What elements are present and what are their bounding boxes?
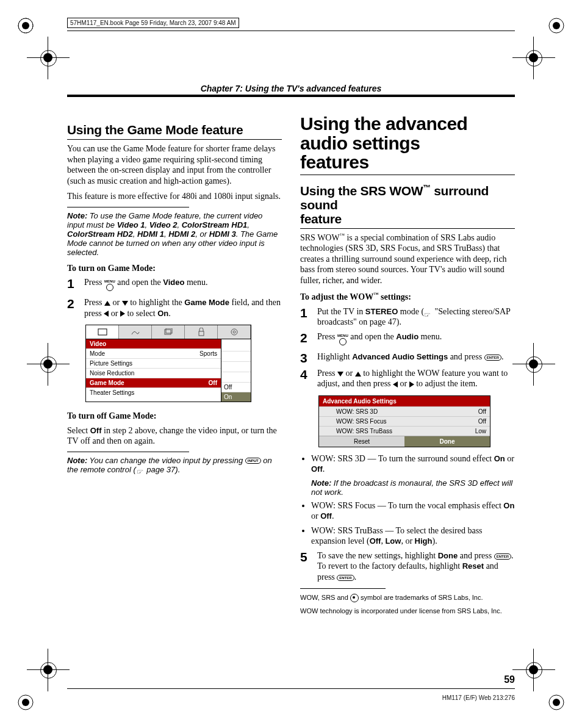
registration-mark-icon — [548, 17, 565, 34]
step-text: Put the TV in STEREO mode ( "Selecting s… — [317, 306, 515, 328]
enter-button-icon: ENTER — [484, 355, 501, 361]
bullet-item: WOW: SRS 3D — To turn the surround sound… — [311, 453, 515, 497]
note-rule — [67, 452, 189, 452]
step-text: To save the new settings, highlight Done… — [317, 550, 515, 583]
osd-option-selected: On — [221, 392, 251, 402]
crop-mark-icon — [512, 343, 555, 386]
bullet-list: WOW: SRS 3D — To turn the surround sound… — [311, 453, 515, 547]
right-arrow-icon — [409, 381, 414, 387]
osd-video-menu: Video ModeSports Picture Settings Noise … — [85, 325, 251, 402]
left-arrow-icon — [393, 381, 398, 387]
osd-row: WOW: SRS FocusOff — [319, 416, 490, 426]
step-number: 5 — [300, 550, 311, 563]
osd-audio-menu: Advanced Audio Settings WOW: SRS 3DOff W… — [318, 395, 490, 447]
chapter-title: Chapter 7: Using the TV's advanced featu… — [67, 84, 515, 93]
left-column: Using the Game Mode feature You can use … — [67, 114, 282, 614]
osd-option: Off — [221, 382, 251, 392]
step-text: Highlight Advanced Audio Settings and pr… — [317, 351, 504, 362]
crop-mark-icon — [512, 649, 555, 691]
up-arrow-icon — [104, 301, 110, 306]
page-number: 59 — [504, 674, 515, 685]
osd-row: Picture Settings — [86, 358, 221, 368]
body-text: SRS WOW™ is a special combination of SRS… — [300, 232, 515, 286]
footer-rule — [67, 688, 515, 689]
step-list: 5 To save the new settings, highlight Do… — [300, 550, 515, 583]
body-text: Select Off in step 2 above, change the v… — [67, 425, 282, 447]
note-text: Note: If the broadcast is monaural, the … — [311, 478, 515, 497]
section-heading: Using the Game Mode feature — [67, 123, 282, 140]
svg-point-1 — [22, 22, 29, 29]
crop-mark-icon — [27, 343, 70, 386]
enter-button-icon: ENTER — [337, 575, 354, 581]
osd-row: Theater Settings — [86, 387, 221, 397]
chapter-rule — [67, 95, 515, 97]
osd-button-selected: Done — [404, 436, 490, 447]
body-text: This feature is more effective for 480i … — [67, 191, 282, 202]
step-text: Press MENU and open the Audio menu. — [317, 331, 442, 348]
pointing-hand-icon — [424, 309, 433, 315]
osd-button: Reset — [319, 436, 404, 447]
step-text: Press or to highlight the Game Mode fiel… — [84, 297, 282, 319]
note-text: Note: To use the Game Mode feature, the … — [67, 211, 282, 257]
osd-title: Advanced Audio Settings — [319, 396, 490, 406]
section-heading: Using the SRS WOW™ surround sound featur… — [300, 184, 515, 229]
crop-mark-icon — [512, 37, 555, 79]
footer-text: HM117 (E/F) Web 213:276 — [442, 694, 515, 701]
crop-mark-icon — [27, 649, 70, 691]
step-text: Press or to highlight the WOW feature yo… — [317, 368, 515, 389]
step-list: 1 Press MENU and open the Video menu. 2 … — [67, 277, 282, 319]
svg-point-14 — [233, 331, 235, 333]
note-rule — [67, 207, 189, 207]
osd-row: WOW: SRS 3DOff — [319, 406, 490, 416]
up-arrow-icon — [355, 372, 361, 377]
svg-rect-9 — [98, 329, 107, 335]
step-number: 4 — [300, 368, 311, 381]
enter-button-icon: ENTER — [494, 553, 511, 560]
body-text: You can use the Game Mode feature for sh… — [67, 143, 282, 186]
framemaker-header: 57HM117_EN.book Page 59 Friday, March 23… — [67, 18, 239, 28]
osd-tab-icon — [185, 325, 218, 339]
step-number: 3 — [300, 351, 311, 364]
note-text: Note: You can change the video input by … — [67, 456, 282, 474]
step-number: 1 — [67, 277, 78, 290]
registration-mark-icon — [17, 17, 34, 34]
procedure-heading: To turn off Game Mode: — [67, 411, 282, 422]
crop-mark-icon — [27, 37, 70, 79]
main-heading: Using the advanced audio settings featur… — [300, 114, 515, 175]
svg-point-8 — [553, 699, 560, 706]
step-number: 1 — [300, 306, 311, 319]
osd-row: WOW: SRS TruBassLow — [319, 426, 490, 436]
registration-mark-icon — [17, 694, 34, 711]
osd-title: Video — [86, 339, 221, 348]
osd-tab-icon — [218, 325, 251, 339]
osd-row: ModeSports — [86, 348, 221, 358]
bullet-item: WOW: SRS TruBass — To select the desired… — [311, 525, 515, 547]
pointing-hand-icon — [136, 467, 145, 473]
menu-button-icon: MENU — [104, 279, 115, 291]
srs-symbol-icon — [350, 594, 359, 602]
down-arrow-icon — [337, 372, 343, 377]
footnote-text: WOW, SRS and symbol are trademarks of SR… — [300, 594, 515, 602]
svg-point-6 — [22, 699, 29, 706]
osd-popup: Off On — [221, 339, 251, 402]
procedure-heading: To turn on Game Mode: — [67, 263, 282, 274]
svg-point-13 — [231, 329, 237, 335]
step-number: 2 — [67, 297, 78, 310]
right-arrow-icon — [120, 311, 125, 317]
step-text: Press MENU and open the Video menu. — [84, 277, 208, 294]
footnote-text: WOW technology is incorporated under lic… — [300, 607, 515, 614]
step-list: 1 Put the TV in STEREO mode ( "Selecting… — [300, 306, 515, 389]
osd-row-selected: Game ModeOff — [86, 378, 221, 387]
right-column: Using the advanced audio settings featur… — [300, 114, 515, 614]
osd-row: Noise Reduction — [86, 368, 221, 378]
down-arrow-icon — [122, 301, 128, 306]
osd-tab-icon — [119, 325, 152, 339]
input-button-icon: INPUT — [245, 458, 261, 464]
svg-point-4 — [553, 22, 560, 29]
registration-mark-icon — [548, 694, 565, 711]
menu-button-icon: MENU — [337, 334, 348, 345]
procedure-heading: To adjust the WOW™ settings: — [300, 292, 515, 303]
svg-rect-12 — [199, 331, 204, 336]
osd-tab-icon — [86, 325, 119, 339]
step-number: 2 — [300, 331, 311, 344]
